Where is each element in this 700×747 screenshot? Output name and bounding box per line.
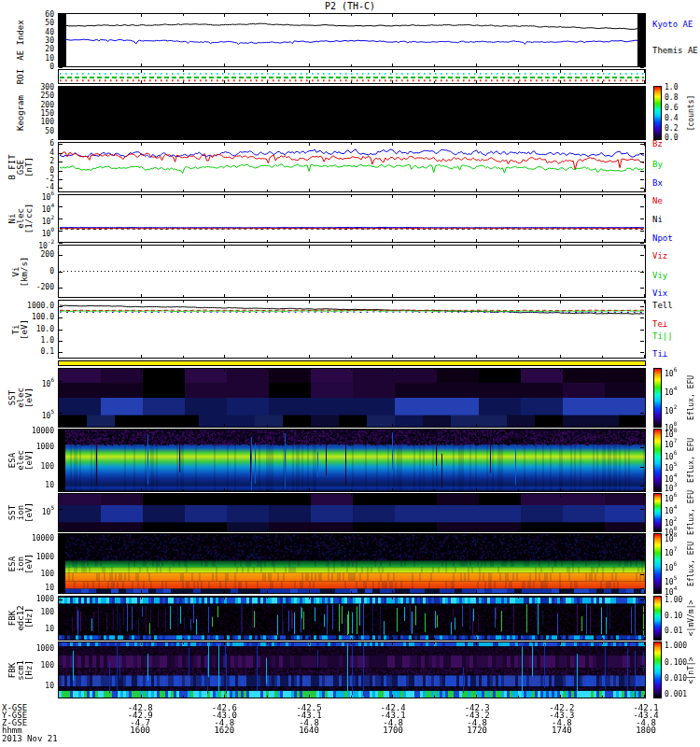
ytick-mark [640,132,644,133]
ytick-mark [640,243,644,244]
xtick-mark [644,597,645,599]
xtick-minor [518,430,519,431]
xtick-minor [602,425,603,427]
xtick-mark [560,195,561,198]
ytick-mark [59,317,63,318]
legend-ni: Ni [652,216,663,224]
ytick-fbk_e: 10 [13,626,54,633]
xtick-minor [518,642,519,644]
xtick-mark [392,355,393,358]
ytick-bfit: 4 [13,149,54,157]
xtick-minor [183,696,184,698]
ytick-bfit: 2 [13,158,54,165]
xtick-mark [141,355,142,358]
bottom-value: 1600 [110,726,170,735]
ytick-mark [59,106,63,106]
xtick-minor [267,70,268,72]
colorbar-tick: 106 [665,367,677,378]
xtick-mark [476,63,477,66]
xtick-minor [602,81,603,83]
exponent: 4 [674,472,678,478]
ytick-mark [640,686,644,687]
exponent: 6 [50,190,54,196]
ytick-vi: 200 [13,251,54,259]
exponent: 6 [674,449,678,456]
xtick-minor [602,240,603,242]
xtick-minor [183,430,184,431]
xtick-mark [392,430,393,432]
colorbar-esa_e [653,429,662,492]
xtick-mark [476,189,477,191]
ylabel-roi: ROI [17,69,25,84]
exponent: 6 [674,491,678,498]
xtick-mark [560,87,561,90]
date-label: 2013 Nov 21 [2,735,58,743]
xtick-mark [476,246,477,248]
ytick-mark [640,106,644,106]
xtick-minor [434,369,435,371]
xtick-mark [644,143,645,146]
colorbar-unit: Eflux, EFU [687,490,695,535]
xtick-mark [141,529,142,531]
ytick-ni: 100 [13,227,54,238]
colorbar-tick: 102 [665,404,677,416]
xtick-minor [434,137,435,139]
xtick-mark [644,246,645,248]
xtick-minor [518,591,519,593]
xtick-mark [392,301,393,303]
ytick-mark [640,352,644,353]
xtick-mark [644,488,645,491]
ytick-mark [640,509,644,510]
exponent: 8 [674,427,678,433]
xtick-minor [434,14,435,16]
ytick-mark [59,88,63,89]
xtick-minor [602,430,603,431]
ytick-fbk_b: 10 [13,683,54,690]
legend-tell: Tell [652,302,673,310]
xtick-minor [602,529,603,531]
ytick-mark [640,162,644,162]
data-gap-bar [637,14,645,66]
xtick-minor [267,597,268,599]
xtick-minor [351,240,352,242]
ytick-mark [640,179,644,180]
xtick-mark [560,63,561,66]
xtick-mark [560,695,561,698]
colorbar-tick: 104 [665,504,677,515]
xtick-mark [224,246,225,248]
xtick-mark [224,534,225,537]
xtick-mark [392,294,393,297]
ytick-ae: 20 [13,46,54,53]
xtick-mark [224,301,225,303]
xtick-minor [351,494,352,496]
line-chart-bfit [59,143,645,191]
ytick-ni: 104 [13,203,54,214]
ytick-bfit: -2 [13,176,54,183]
ytick-ti: 100.0 [13,314,54,321]
bottom-value: 1700 [363,726,423,735]
ytick-esa_e: 10 [13,482,54,489]
ytick-mark [59,144,63,145]
xtick-mark [476,369,477,372]
ytick-esa_i: 10000 [13,535,54,543]
ylabel-line: ROI [17,69,25,84]
legend-themis-ae: Themis AE [652,47,698,55]
ytick-mark [640,153,644,154]
xtick-mark [476,637,477,640]
xtick-mark [392,239,393,242]
xtick-minor [351,70,352,72]
page-title: P2 (TH-C) [0,1,700,11]
exponent: 2 [674,515,678,522]
ytick-sst_e: 105 [13,409,54,420]
xtick-mark [141,642,142,645]
xtick-minor [351,143,352,145]
xtick-mark [309,488,310,491]
ytick-mark [640,649,644,650]
legend-ne: Ne [652,197,663,205]
exponent: 6 [674,366,678,373]
ytick-mark [640,206,644,207]
ytick-mark [640,67,644,68]
ytick-fbk_b: 100 [13,662,54,669]
ytick-ae: 50 [13,20,54,27]
xtick-mark [224,195,225,198]
